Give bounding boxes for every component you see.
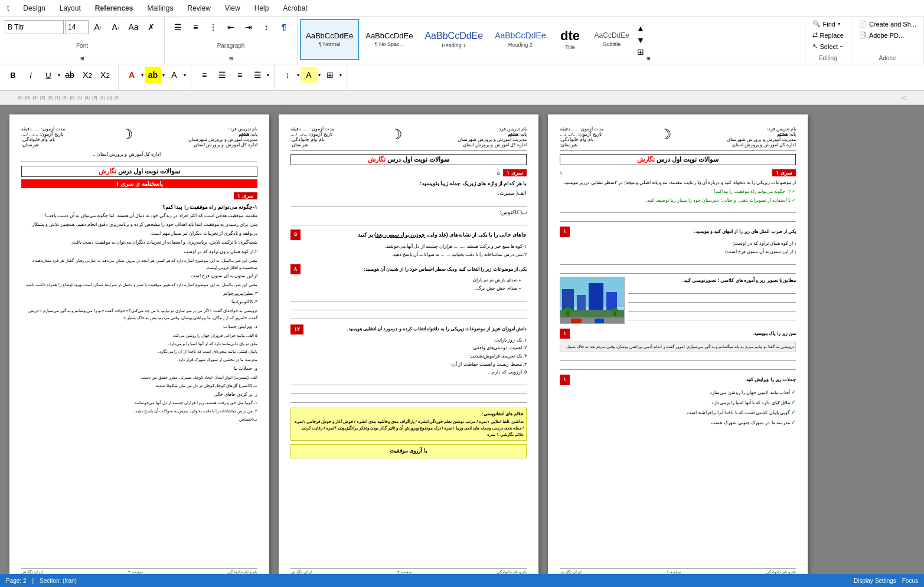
- p3-q1-b: ✓ با استفاده از تصویرات ذهنی و خیالی؛ دب…: [560, 197, 796, 205]
- borders-dropdown[interactable]: ▾: [339, 73, 342, 78]
- change-case-button[interactable]: Aa: [125, 19, 142, 35]
- italic-button[interactable]: I: [22, 67, 39, 83]
- subscript-button[interactable]: X2: [79, 67, 96, 83]
- status-focus[interactable]: Focus: [902, 578, 918, 584]
- p2-q9-label: دانش آموزان عزیز از موضوعات زیریکی را به…: [347, 325, 527, 333]
- font-color-button[interactable]: A: [123, 67, 140, 83]
- multilevel-button[interactable]: ⋮: [205, 19, 221, 35]
- font-color-dropdown[interactable]: ▾: [141, 73, 143, 78]
- justify-dropdown[interactable]: ▾: [267, 73, 269, 78]
- style-heading2[interactable]: AaBbCcDdEe Heading 2: [489, 19, 551, 60]
- p2-q8-line3: [290, 312, 527, 319]
- underline-button[interactable]: U: [40, 67, 57, 83]
- style-subtitle-preview: AaCcDdEe: [595, 32, 629, 40]
- style-subtitle[interactable]: AaCcDdEe Subtitle: [589, 19, 635, 60]
- align-left-button[interactable]: ≡: [196, 67, 213, 83]
- superscript-button[interactable]: X2: [97, 67, 113, 83]
- text-effect-dropdown[interactable]: ▾: [184, 73, 186, 78]
- menu-item-view[interactable]: View: [223, 3, 243, 14]
- ruler-end-marker[interactable]: ◁: [902, 94, 906, 101]
- paragraph-expand-icon[interactable]: ⊞: [229, 56, 233, 61]
- style-no-space-label: ¶ No Spac...: [375, 41, 404, 47]
- q1-intro: مقدمه: موفقیت هدفی است که اکثر افراد در …: [21, 212, 257, 220]
- p3-q5-2: ✓ ملاق ۲پای دارد که با آنها اشیا را برمی…: [560, 397, 796, 407]
- p3-q3-l1: [628, 287, 796, 294]
- replace-button[interactable]: ⇄ Replace: [810, 30, 846, 40]
- p2-q9-4: ۴. محیط زیست و اهمیت حفاظت از آن:: [290, 360, 527, 369]
- menu-item-design[interactable]: Design: [21, 3, 47, 14]
- p2-note-box: علائم های انشانویسی: نداشتن غلط املایی ۱…: [290, 408, 527, 441]
- p2-q1b-line: [290, 218, 527, 225]
- font-size-input[interactable]: [65, 20, 89, 34]
- p2-q9-score: ۱۲: [290, 324, 303, 335]
- font-expand-icon[interactable]: ⊞: [80, 56, 84, 61]
- adobe-pdf-button[interactable]: 📑 Adobe PD...: [856, 30, 906, 40]
- borders-button[interactable]: ⊞: [322, 67, 338, 83]
- status-section: Section: (Iran): [40, 578, 77, 584]
- justify-button[interactable]: ☰: [249, 67, 266, 83]
- q2b-text: از این ستون به آن ستون فرج است: [21, 273, 257, 280]
- styles-expand-button[interactable]: ⊞: [636, 47, 645, 57]
- menu-item-review[interactable]: Review: [185, 3, 213, 14]
- menu-item-t[interactable]: t: [5, 3, 11, 14]
- increase-indent-button[interactable]: ⇥: [240, 19, 257, 35]
- grow-font-button[interactable]: A↑: [90, 19, 106, 35]
- menu-item-layout[interactable]: Layout: [57, 3, 83, 14]
- styles-section: AaBbCcDdEe ¶ Normal AaBbCcDdEe ¶ No Spac…: [298, 17, 805, 64]
- style-heading1[interactable]: AaBbCcDdEe Heading 1: [419, 19, 488, 60]
- styles-down-button[interactable]: ▼: [636, 35, 645, 45]
- find-button[interactable]: 🔍 Find ▾: [810, 19, 843, 29]
- line-spacing-dropdown[interactable]: ▾: [297, 73, 299, 78]
- show-formatting-button[interactable]: ¶: [276, 19, 292, 35]
- status-display[interactable]: Display Settings: [854, 578, 896, 584]
- strikethrough-button[interactable]: ab: [61, 67, 78, 83]
- p3-q2-label: یکی از ضرب المثل های زیر را از انتهای کن…: [694, 228, 796, 236]
- highlight-dropdown[interactable]: ▾: [162, 73, 165, 78]
- bold-button[interactable]: B: [5, 67, 21, 83]
- p2-note-title: علائم های انشانویسی:: [293, 411, 524, 418]
- highlight-button[interactable]: ab: [145, 67, 161, 83]
- style-no-space[interactable]: AaBbCcDdEe ¶ No Spac...: [360, 19, 418, 60]
- menu-item-help[interactable]: Help: [252, 3, 272, 14]
- ph-logo: ☽ اداره کل آموزش و پرورش استان...: [93, 126, 161, 159]
- svg-rect-9: [567, 311, 569, 317]
- cursor-icon: ↖: [812, 42, 818, 50]
- bullets-button[interactable]: ☰: [169, 19, 186, 35]
- sort-button[interactable]: ↕: [258, 19, 275, 35]
- style-title[interactable]: dte Title: [553, 19, 588, 60]
- style-normal[interactable]: AaBbCcDdEe ¶ Normal: [300, 19, 359, 60]
- shrink-font-button[interactable]: A↓: [107, 19, 124, 35]
- q-viraiesh: د- ویرایش جملات: [21, 323, 257, 331]
- clear-formatting-button[interactable]: ✗: [143, 19, 159, 35]
- styles-expand-icon[interactable]: ⊞: [647, 56, 651, 61]
- p3-q2-score: ۱: [560, 227, 570, 237]
- style-title-label: Title: [565, 44, 575, 50]
- font-section: A↑ A↓ Aa ✗ Font ⊞: [0, 17, 165, 64]
- text-effect-button[interactable]: A: [166, 67, 182, 83]
- align-right-button[interactable]: ≡: [231, 67, 248, 83]
- decrease-indent-button[interactable]: ⇤: [223, 19, 239, 35]
- create-share-button[interactable]: 📄 Create and Sh...: [856, 19, 919, 29]
- p3-q5-score: ۱: [560, 375, 570, 385]
- align-center-button[interactable]: ☰: [214, 67, 230, 83]
- styles-up-button[interactable]: ▲: [636, 24, 645, 33]
- editing-section-label: Editing: [819, 55, 837, 61]
- q2-meaning: معنی این ضرب‌المثل: به این موضوع اشاره د…: [21, 257, 257, 271]
- paragraph-section: ☰ ≡ ⋮ ⇤ ⇥ ↕ ¶ Paragraph ⊞: [165, 17, 298, 64]
- line-spacing-button[interactable]: ↕: [279, 67, 296, 83]
- p3-left: مدت آزمون: ......دقیقه تاریخ آزمون: .../…: [560, 126, 603, 147]
- menu-item-references[interactable]: References: [93, 3, 136, 14]
- menu-item-mailings[interactable]: Mailings: [145, 3, 175, 14]
- shading-dropdown[interactable]: ▾: [318, 73, 321, 78]
- page3-content: از موضوعات زیریکی را به دلخواه کنید و در…: [560, 179, 796, 427]
- align-section: ≡ ☰ ≡ ☰ ▾: [191, 64, 275, 90]
- shading-button[interactable]: A: [301, 67, 317, 83]
- find-dropdown-icon[interactable]: ▾: [838, 21, 840, 27]
- font-name-input[interactable]: [5, 20, 64, 34]
- q7b: ۲. من درس تماشاخانه را با دقت بخوانید سپ…: [21, 408, 257, 415]
- underline-dropdown[interactable]: ▾: [58, 73, 60, 78]
- menu-item-acrobat[interactable]: Acrobat: [280, 3, 309, 14]
- numbering-button[interactable]: ≡: [187, 19, 204, 35]
- create-share-label: Create and Sh...: [869, 21, 916, 28]
- select-button[interactable]: ↖ Select ~: [810, 41, 846, 51]
